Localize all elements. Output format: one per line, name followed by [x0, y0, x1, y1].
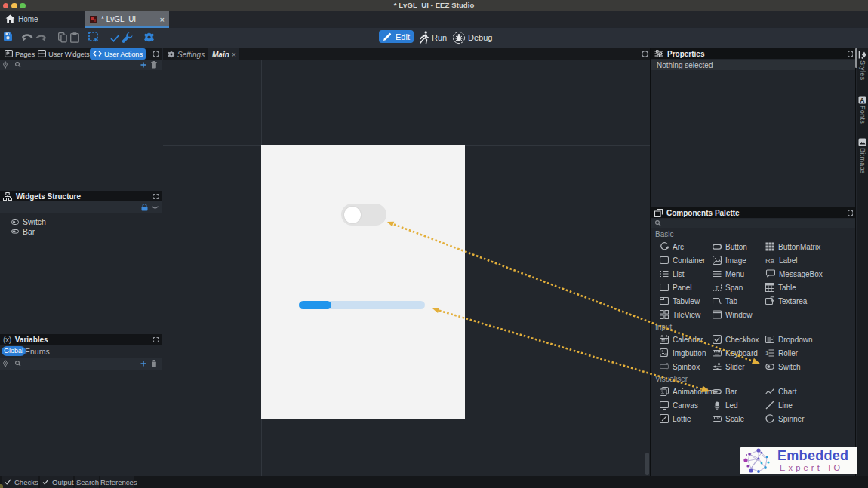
svg-text:1: 1 — [765, 350, 769, 357]
svg-text:Ra: Ra — [765, 256, 775, 265]
svg-text:T: T — [715, 284, 719, 291]
svg-text:A: A — [860, 97, 864, 104]
